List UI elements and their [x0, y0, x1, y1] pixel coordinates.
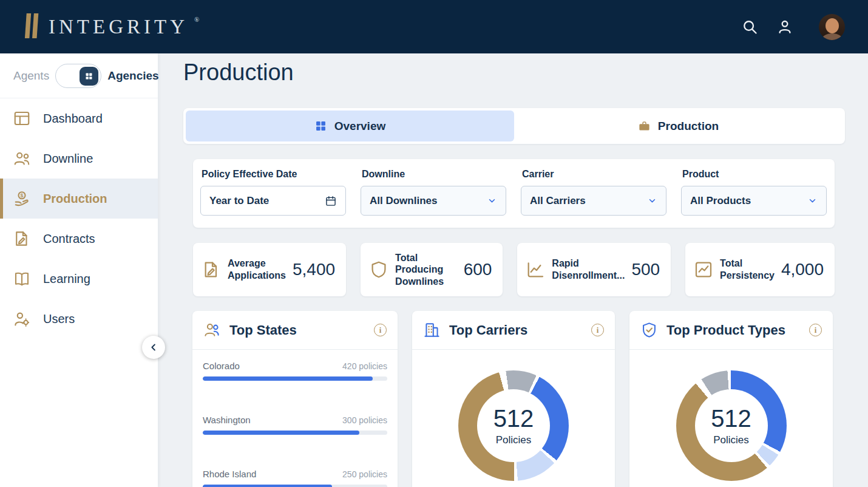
- line-chart-icon: [526, 260, 545, 279]
- tab-label: Production: [658, 120, 719, 133]
- stat-label: Rapid Disenrollment...: [552, 257, 625, 281]
- account-icon[interactable]: [776, 18, 793, 35]
- agencies-label[interactable]: Agencies: [107, 69, 158, 83]
- info-icon[interactable]: i: [591, 324, 604, 336]
- contracts-document-pen-icon: [13, 230, 31, 248]
- progress-fill: [203, 376, 373, 381]
- filters-panel: Policy Effective Date Year to Date Downl…: [193, 159, 835, 228]
- state-policies: 250 policies: [342, 469, 387, 479]
- sidebar-item-production[interactable]: $ Production: [0, 179, 158, 219]
- state-policies: 300 policies: [342, 415, 387, 425]
- info-icon[interactable]: i: [374, 324, 387, 336]
- tab-label: Overview: [334, 120, 386, 133]
- list-item: Colorado 420 policies: [203, 361, 387, 381]
- state-list: Colorado 420 policies Washington 300 pol…: [192, 350, 398, 487]
- donut-value: 512: [711, 405, 751, 432]
- search-icon[interactable]: [741, 18, 758, 35]
- filter-label: Downline: [362, 169, 506, 180]
- avatar[interactable]: [819, 14, 845, 40]
- filter-carrier: Carrier All Carriers: [521, 169, 666, 228]
- progress-track: [203, 376, 387, 381]
- integrity-logo: INTEGRITY ®: [24, 13, 199, 40]
- list-item: Washington 300 policies: [203, 415, 387, 435]
- product-select[interactable]: All Products: [681, 186, 827, 216]
- stat-value: 500: [631, 260, 660, 279]
- calendar-icon: [325, 195, 337, 207]
- sidebar-item-label: Production: [43, 192, 107, 206]
- sidebar-collapse-button[interactable]: [142, 336, 165, 359]
- stat-label: Total Persistency: [720, 257, 775, 281]
- filter-policy-effective-date: Policy Effective Date Year to Date: [200, 169, 346, 228]
- logo-registered-mark: ®: [194, 16, 199, 23]
- shield-check-icon: [640, 321, 658, 339]
- progress-track: [203, 485, 387, 487]
- state-name: Rhode Island: [203, 469, 256, 479]
- agents-agencies-toggle-row: Agents Agencies: [0, 53, 158, 98]
- donut-value: 512: [493, 405, 534, 432]
- logo-text: INTEGRITY: [49, 16, 188, 38]
- donut-chart: 512 Policies: [458, 370, 569, 481]
- progress-fill: [203, 431, 359, 435]
- filter-downline: Downline All Downlines: [361, 169, 506, 228]
- filter-product: Product All Products: [681, 169, 827, 228]
- stat-total-persistency: Total Persistency 4,000: [685, 243, 835, 296]
- production-coin-hand-icon: $: [13, 189, 31, 208]
- donut-label: Policies: [496, 434, 532, 446]
- filter-label: Product: [682, 169, 827, 180]
- progress-track: [203, 431, 387, 435]
- sidebar-item-label: Contracts: [43, 232, 95, 246]
- donut-chart: 512 Policies: [676, 370, 787, 481]
- list-item: Rhode Island 250 policies: [203, 469, 387, 487]
- stat-label: Total Producing Downlines: [395, 252, 457, 288]
- filter-label: Carrier: [522, 169, 666, 180]
- sidebar-item-users[interactable]: Users: [0, 299, 158, 339]
- dashboard-icon: [13, 109, 31, 128]
- field-value: All Downlines: [370, 195, 437, 207]
- donut-center: 512 Policies: [695, 389, 768, 462]
- sidebar-item-label: Learning: [43, 272, 90, 286]
- tab-production[interactable]: Production: [514, 111, 843, 141]
- people-icon: [203, 321, 221, 339]
- chevron-down-icon: [647, 196, 657, 206]
- toggle-knob-grid-icon: [80, 67, 98, 86]
- chart-header: Top States i: [192, 311, 398, 350]
- building-icon: [423, 321, 441, 339]
- sidebar-item-dashboard[interactable]: Dashboard: [0, 98, 158, 138]
- charts-row: Top States i Colorado 420 policies Washi…: [192, 311, 833, 487]
- tab-overview[interactable]: Overview: [186, 111, 514, 141]
- info-icon[interactable]: i: [809, 324, 822, 336]
- state-name: Colorado: [203, 361, 240, 371]
- stat-value: 600: [464, 260, 492, 279]
- carrier-select[interactable]: All Carriers: [521, 186, 666, 216]
- sidebar-item-downline[interactable]: Downline: [0, 138, 158, 179]
- chart-header: Top Carriers i: [412, 311, 615, 350]
- sidebar-item-learning[interactable]: Learning: [0, 259, 158, 299]
- field-value: Year to Date: [209, 195, 269, 207]
- logo-mark-icon: [24, 13, 41, 40]
- top-carriers-card: Top Carriers i 512 Policies: [412, 311, 615, 487]
- donut-center: 512 Policies: [477, 389, 550, 462]
- agents-label[interactable]: Agents: [13, 69, 49, 83]
- downline-people-icon: [13, 149, 31, 168]
- learning-book-icon: [13, 270, 31, 288]
- users-person-gear-icon: [13, 310, 31, 328]
- stats-row: Average Applications 5,400 Total Produci…: [193, 243, 835, 296]
- progress-fill: [203, 485, 332, 487]
- overview-grid-icon: [314, 120, 327, 132]
- chevron-down-icon: [807, 196, 818, 206]
- agents-agencies-toggle[interactable]: [55, 64, 101, 88]
- state-name: Washington: [203, 415, 251, 425]
- chart-title: Top States: [229, 322, 297, 338]
- shield-icon: [369, 260, 388, 279]
- field-value: All Products: [690, 195, 751, 207]
- stat-total-producing-downlines: Total Producing Downlines 600: [361, 243, 503, 296]
- main-content: Production Overview Production Policy Ef…: [158, 53, 868, 487]
- page-title: Production: [183, 60, 294, 86]
- downline-select[interactable]: All Downlines: [361, 186, 506, 216]
- policy-effective-date-input[interactable]: Year to Date: [200, 186, 346, 216]
- field-value: All Carriers: [530, 195, 586, 207]
- chart-title: Top Carriers: [449, 322, 527, 338]
- application-document-icon: [202, 260, 221, 279]
- sidebar-item-contracts[interactable]: Contracts: [0, 219, 158, 259]
- donut-label: Policies: [713, 434, 749, 446]
